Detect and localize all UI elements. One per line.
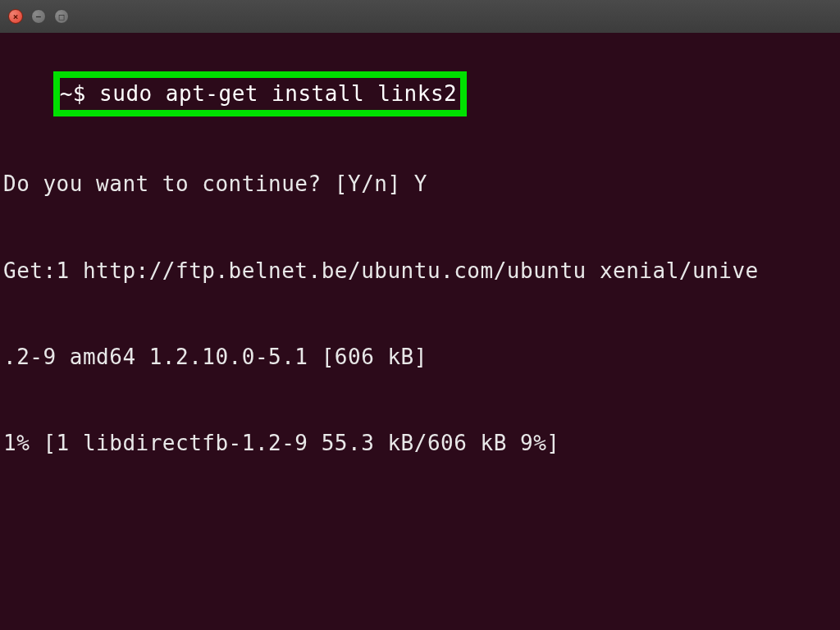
output-line: .2-9 amd64 1.2.10.0-5.1 [606 kB] (3, 343, 837, 372)
window-titlebar: × − □ (0, 0, 840, 33)
terminal-window: × − □ ~$ sudo apt-get install links2 Do … (0, 0, 840, 630)
minimize-icon: − (36, 11, 42, 22)
close-icon: × (13, 11, 19, 22)
shell-prompt: ~$ (60, 81, 99, 106)
output-line: 1% [1 libdirectfb-1.2-9 55.3 kB/606 kB 9… (3, 429, 837, 458)
terminal-output[interactable]: ~$ sudo apt-get install links2 Do you wa… (0, 33, 840, 518)
minimize-button[interactable]: − (31, 9, 46, 24)
maximize-button[interactable]: □ (54, 9, 69, 24)
output-line: Get:1 http://ftp.belnet.be/ubuntu.com/ub… (3, 257, 837, 285)
close-button[interactable]: × (8, 9, 23, 24)
highlighted-command-box: ~$ sudo apt-get install links2 (53, 71, 468, 116)
command-text: sudo apt-get install links2 (99, 81, 457, 106)
maximize-icon: □ (59, 11, 65, 22)
output-line: Do you want to continue? [Y/n] Y (3, 170, 837, 199)
